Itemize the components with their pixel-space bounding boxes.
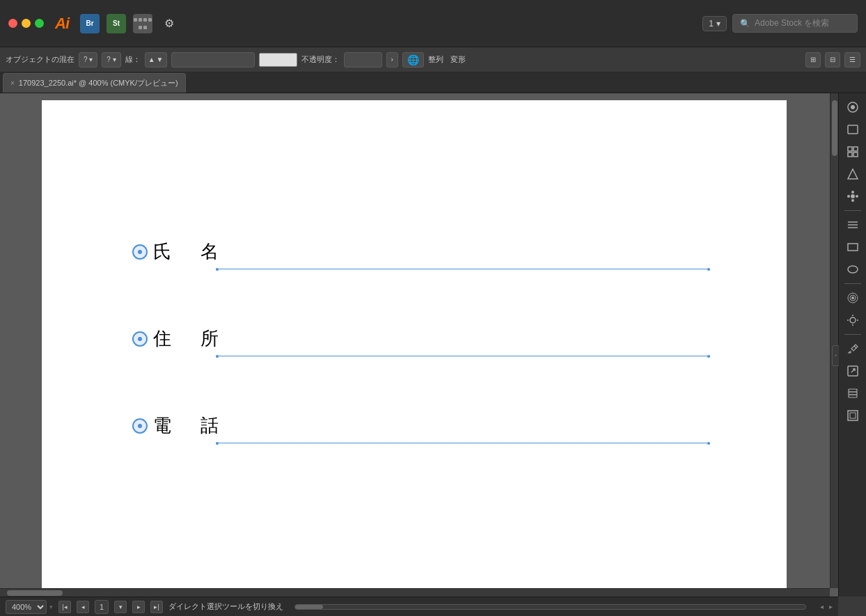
status-scroll-thumb	[295, 605, 323, 609]
address-row: 住 所	[153, 326, 710, 351]
nav-last-btn[interactable]: ▸|	[150, 601, 163, 613]
document-canvas: 氏 名 住 所	[42, 100, 787, 597]
phone-label: 電 話	[153, 413, 224, 438]
form-content: 氏 名 住 所	[153, 239, 710, 438]
panel-separator-1	[844, 210, 861, 211]
app-logo: Ai	[55, 15, 69, 33]
export-panel-icon[interactable]	[843, 361, 863, 381]
svg-point-17	[848, 266, 858, 273]
vertical-scrollbar[interactable]	[830, 93, 838, 588]
svg-point-21	[850, 317, 856, 323]
nav-next-btn[interactable]: ▸	[132, 601, 145, 613]
tab-title: 170923_2250.ai* @ 400% (CMYK/プレビュー)	[19, 78, 178, 88]
page-number: 1	[95, 600, 109, 614]
color-swatch[interactable]	[259, 53, 297, 67]
anchor-point-address	[132, 331, 148, 347]
name-line-container	[216, 269, 710, 269]
address-line-start	[216, 355, 219, 358]
name-label: 氏 名	[153, 239, 224, 264]
toolbar-right-icons: ⊞ ⊟ ☰	[805, 52, 860, 68]
list-view-btn[interactable]: ⊟	[825, 52, 840, 68]
scroll-arrow-left[interactable]: ◂	[820, 603, 824, 610]
svg-rect-32	[850, 413, 856, 418]
stock-icon[interactable]: St	[107, 14, 126, 33]
scroll-arrow-right[interactable]: ▸	[829, 603, 833, 610]
opacity-label: 不透明度：	[301, 54, 340, 65]
name-row: 氏 名	[153, 239, 710, 264]
maximize-button[interactable]	[35, 19, 44, 28]
address-line-end	[707, 355, 710, 358]
layers-panel-icon[interactable]	[843, 384, 863, 403]
svg-point-9	[851, 191, 854, 194]
stroke-label: 線：	[125, 54, 141, 65]
question-btn-1[interactable]: ? ▾	[79, 52, 97, 68]
panel-collapse-button[interactable]: ‹	[832, 345, 839, 366]
panel-separator-2	[844, 283, 861, 284]
phone-line-end	[707, 442, 710, 445]
opacity-more-btn[interactable]: ›	[386, 52, 398, 68]
stroke-input[interactable]	[171, 52, 255, 68]
svg-point-8	[851, 194, 855, 198]
stock-search[interactable]: 🔍 Adobe Stock を検索	[732, 14, 858, 33]
vertical-scroll-thumb[interactable]	[832, 100, 837, 156]
phone-line-start	[216, 442, 219, 445]
question-btn-2[interactable]: ? ▾	[102, 52, 120, 68]
close-button[interactable]	[8, 19, 17, 28]
oval-icon[interactable]	[843, 260, 863, 279]
svg-rect-6	[853, 152, 858, 157]
traffic-lights	[8, 19, 44, 28]
title-right: 1 ▾ 🔍 Adobe Stock を検索	[702, 14, 858, 33]
anchor-point-phone	[132, 418, 148, 434]
image-icon[interactable]	[843, 120, 863, 139]
nav-prev-btn[interactable]: ◂	[77, 601, 89, 613]
mix-label: オブジェクトの混在	[6, 54, 74, 65]
status-text: ダイレクト選択ツールを切り換え	[168, 601, 283, 612]
svg-point-10	[851, 199, 854, 202]
rect-panel-icon[interactable]	[843, 237, 863, 257]
appearance-icon[interactable]	[843, 97, 863, 117]
transform-label[interactable]: 変形	[450, 54, 466, 65]
zoom-select[interactable]: 400%	[6, 600, 47, 614]
svg-point-12	[856, 195, 858, 198]
title-bar: Ai Br St ⚙ 1 ▾ 🔍 Adobe Stock を検索	[0, 0, 866, 47]
align-label[interactable]: 整列	[428, 54, 443, 65]
svg-rect-5	[848, 152, 852, 157]
workspace-switcher[interactable]	[133, 14, 152, 33]
horizontal-scroll-thumb[interactable]	[7, 590, 63, 596]
grid-view-btn[interactable]: ⊞	[805, 52, 821, 68]
minimize-button[interactable]	[22, 19, 31, 28]
lines-panel-icon[interactable]	[843, 215, 863, 235]
nav-first-btn[interactable]: |◂	[58, 601, 71, 613]
stroke-up-down[interactable]: ▲▼	[145, 52, 167, 68]
name-line-end	[707, 268, 710, 271]
phone-line-container	[216, 443, 710, 443]
tab-close-icon[interactable]: ×	[10, 79, 15, 87]
status-bar: 400% ▾ |◂ ◂ 1 ▾ ▸ ▸| ダイレクト選択ツールを切り換え ◂ ▸	[0, 597, 838, 616]
horizontal-scrollbar[interactable]	[0, 588, 830, 597]
version-dropdown[interactable]: 1 ▾	[702, 16, 727, 31]
bridge-icon[interactable]: Br	[80, 14, 100, 33]
address-line-container	[216, 356, 710, 356]
svg-rect-31	[848, 411, 858, 420]
zoom-control[interactable]: 400% ▾	[6, 600, 53, 614]
page-dropdown-btn[interactable]: ▾	[114, 601, 127, 613]
puppet-warp-icon[interactable]	[843, 164, 863, 184]
document-tab[interactable]: × 170923_2250.ai* @ 400% (CMYK/プレビュー)	[3, 73, 186, 93]
svg-point-11	[847, 195, 850, 198]
menu-btn[interactable]: ☰	[844, 52, 860, 68]
grid-panel-icon[interactable]	[843, 142, 863, 161]
canvas-area[interactable]: 氏 名 住 所	[0, 93, 838, 597]
status-scroll-bar[interactable]	[294, 604, 806, 610]
flower-icon[interactable]	[843, 187, 863, 206]
anchor-point-name	[132, 244, 148, 260]
artboard-icon[interactable]	[843, 406, 863, 425]
svg-rect-30	[849, 389, 857, 392]
tools-icon[interactable]: ⚙	[159, 14, 179, 33]
radial-icon[interactable]	[843, 288, 863, 308]
sun-panel-icon[interactable]	[843, 310, 863, 330]
web-btn[interactable]: 🌐	[402, 52, 424, 68]
right-panel: ‹	[838, 93, 866, 597]
opacity-input[interactable]: 100%	[344, 52, 382, 68]
link-panel-icon[interactable]	[843, 339, 863, 358]
svg-rect-16	[848, 244, 858, 251]
